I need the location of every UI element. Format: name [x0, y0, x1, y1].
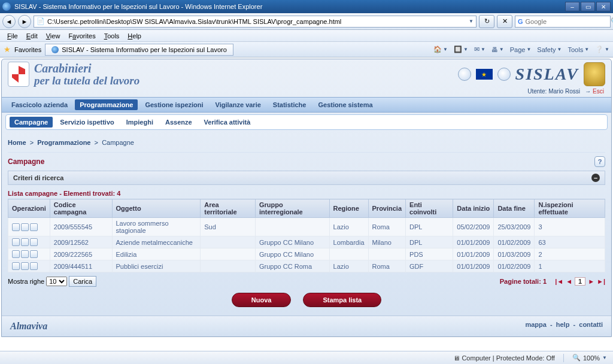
footer-contatti[interactable]: contatti — [579, 321, 603, 328]
edit-icon[interactable] — [12, 250, 20, 258]
app-container: Carabinieri per la tutela del lavoro ★ S… — [1, 59, 612, 337]
cell-area — [201, 260, 256, 272]
home-button[interactable]: 🏠▼ — [433, 46, 448, 53]
logout-link[interactable]: Esci — [593, 88, 604, 95]
col-enti[interactable]: Enti coinvolti — [406, 199, 453, 218]
cell-gruppo — [256, 218, 330, 236]
nav-statistiche[interactable]: Statistiche — [268, 99, 311, 110]
menu-view[interactable]: View — [43, 31, 64, 41]
criteria-panel[interactable]: Criteri di ricerca – — [8, 171, 605, 185]
subnav-servizio[interactable]: Servizio ispettivo — [55, 117, 119, 128]
cell-gruppo: Gruppo CC Milano — [256, 248, 330, 260]
page-menu[interactable]: Page ▼ — [510, 46, 532, 53]
edit-icon[interactable] — [12, 223, 20, 231]
search-input[interactable] — [526, 18, 608, 25]
delete-icon[interactable] — [30, 238, 38, 246]
feeds-button[interactable]: 🔲▼ — [454, 46, 468, 53]
forward-button[interactable]: ► — [18, 15, 31, 28]
table-row[interactable]: 2009/444511Pubblici eserciziGruppo CC Ro… — [8, 260, 605, 272]
cell-enti: DPL — [406, 218, 453, 236]
minimize-button[interactable]: – — [565, 2, 579, 11]
crumb-home[interactable]: Home — [8, 139, 26, 146]
search-button-icon[interactable]: 🔍 — [611, 17, 613, 25]
new-button[interactable]: Nuova — [232, 293, 292, 307]
rows-select[interactable]: 10 — [46, 277, 67, 286]
cell-nisp: 3 — [535, 218, 605, 236]
help-button[interactable]: ❔▼ — [595, 46, 609, 53]
footer-help[interactable]: help — [556, 321, 570, 328]
refresh-button[interactable]: ↻ — [479, 15, 494, 28]
col-inizio[interactable]: Data inizio — [453, 199, 494, 218]
subnav-campagne[interactable]: Campagne — [10, 117, 53, 128]
page-title: Campagne — [8, 153, 44, 171]
menu-favorites[interactable]: Favorites — [65, 31, 99, 41]
subnav-verifica[interactable]: Verifica attività — [199, 117, 256, 128]
table-row[interactable]: 2009/222565EdiliziaGruppo CC MilanoPDS01… — [8, 248, 605, 260]
cell-nisp: 63 — [535, 236, 605, 248]
delete-icon[interactable] — [30, 262, 38, 270]
col-provincia[interactable]: Provincia — [368, 199, 406, 218]
print-list-button[interactable]: Stampa lista — [303, 293, 381, 307]
search-box[interactable]: G 🔍 — [515, 16, 611, 28]
pager-last[interactable]: ►| — [597, 278, 605, 285]
col-oggetto[interactable]: Oggetto — [112, 199, 201, 218]
mail-button[interactable]: ✉▼ — [474, 46, 485, 53]
col-fine[interactable]: Data fine — [494, 199, 535, 218]
safety-menu[interactable]: Safety ▼ — [537, 46, 562, 53]
status-zoom[interactable]: 🔍 100% ▼ — [572, 354, 607, 362]
menu-edit[interactable]: Edit — [23, 31, 41, 41]
col-codice[interactable]: Codice campagna — [50, 199, 112, 218]
col-operazioni[interactable]: Operazioni — [8, 199, 50, 218]
view-icon[interactable] — [21, 250, 29, 258]
edit-icon[interactable] — [12, 238, 20, 246]
criteria-toggle-icon[interactable]: – — [591, 174, 600, 182]
address-dropdown-icon[interactable]: ▼ — [469, 19, 474, 24]
cell-oggetto: Aziende metalmeccaniche — [112, 236, 201, 248]
row-actions — [12, 223, 46, 231]
nav-vigilanze[interactable]: Vigilanze varie — [211, 99, 266, 110]
col-nisp[interactable]: N.ispezioni effettuate — [535, 199, 605, 218]
nav-gestione-sistema[interactable]: Gestione sistema — [313, 99, 377, 110]
subnav-impieghi[interactable]: Impieghi — [122, 117, 158, 128]
footer-mappa[interactable]: mappa — [525, 321, 546, 328]
nav-gestione-ispezioni[interactable]: Gestione ispezioni — [140, 99, 208, 110]
pager-prev[interactable]: ◄ — [566, 278, 572, 285]
load-button[interactable]: Carica — [69, 276, 96, 287]
address-bar[interactable]: 📄 ▼ — [34, 16, 477, 28]
campagne-table: Operazioni Codice campagna Oggetto Area … — [8, 199, 605, 272]
delete-icon[interactable] — [30, 223, 38, 231]
favorites-label[interactable]: Favorites — [14, 46, 41, 53]
delete-icon[interactable] — [30, 250, 38, 258]
view-icon[interactable] — [21, 238, 29, 246]
table-row[interactable]: 2009/555545Lavoro sommerso stagionaleSud… — [8, 218, 605, 236]
cell-gruppo: Gruppo CC Milano — [256, 236, 330, 248]
crumb-current: Campagne — [102, 139, 134, 146]
pager-next[interactable]: ► — [588, 278, 594, 285]
back-button[interactable]: ◄ — [2, 15, 16, 28]
col-area[interactable]: Area territoriale — [201, 199, 256, 218]
edit-icon[interactable] — [12, 262, 20, 270]
favorites-star-icon[interactable]: ★ — [4, 45, 11, 54]
stop-button[interactable]: ✕ — [497, 15, 512, 28]
table-row[interactable]: 2009/12562Aziende metalmeccanicheGruppo … — [8, 236, 605, 248]
menu-file[interactable]: File — [4, 31, 22, 41]
nav-fascicolo[interactable]: Fascicolo azienda — [7, 99, 72, 110]
close-button[interactable]: ✕ — [596, 2, 611, 11]
address-input[interactable] — [47, 18, 466, 25]
crumb-prog[interactable]: Programmazione — [37, 139, 90, 146]
col-gruppo[interactable]: Gruppo interregionale — [256, 199, 330, 218]
menu-tools[interactable]: Tools — [101, 31, 123, 41]
maximize-button[interactable]: ▭ — [581, 2, 595, 11]
view-icon[interactable] — [21, 223, 29, 231]
pager-first[interactable]: |◄ — [555, 278, 563, 285]
cell-regione — [329, 248, 368, 260]
view-icon[interactable] — [21, 262, 29, 270]
col-regione[interactable]: Regione — [329, 199, 368, 218]
tools-menu[interactable]: Tools ▼ — [568, 46, 589, 53]
nav-programmazione[interactable]: Programmazione — [75, 99, 138, 110]
help-icon[interactable]: ? — [594, 156, 605, 167]
menu-help[interactable]: Help — [124, 31, 145, 41]
browser-tab[interactable]: SISLAV - Sistema Informativo per le Ispe… — [45, 44, 233, 56]
print-button[interactable]: 🖶▼ — [491, 46, 504, 53]
subnav-assenze[interactable]: Assenze — [160, 117, 197, 128]
